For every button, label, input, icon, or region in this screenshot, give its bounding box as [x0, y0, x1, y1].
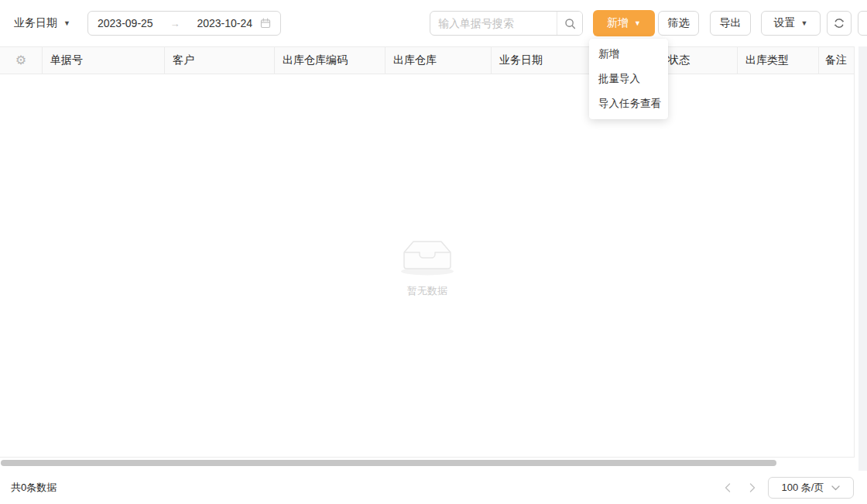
outbound-orders-page: 业务日期 ▼ 2023-09-25 → 2023-10-24 新增 ▼ 筛 [0, 0, 867, 504]
menu-item-add[interactable]: 新增 [589, 42, 668, 67]
date-field-label: 业务日期 [14, 16, 57, 30]
refresh-icon [833, 17, 845, 29]
date-start-value: 2023-09-25 [98, 17, 153, 29]
more-button-clipped[interactable] [858, 11, 867, 36]
add-button[interactable]: 新增 ▼ [593, 10, 655, 36]
refresh-button[interactable] [827, 11, 852, 36]
add-dropdown-menu: 新增 批量导入 导入任务查看 [589, 39, 668, 119]
search-box [430, 11, 583, 36]
search-input[interactable] [430, 12, 557, 35]
column-settings-gear-icon: ⚙ [15, 54, 26, 67]
date-range-arrow-icon: → [161, 18, 190, 29]
empty-state-text: 暂无数据 [407, 284, 447, 298]
chevron-right-icon [749, 483, 756, 492]
column-header-status: 状态 [660, 47, 738, 74]
date-end-value: 2023-10-24 [197, 17, 252, 29]
date-field-selector[interactable]: 业务日期 ▼ [14, 11, 70, 36]
empty-inbox-icon [398, 234, 457, 277]
settings-button[interactable]: 设置 ▼ [761, 11, 821, 36]
caret-down-icon: ▼ [801, 20, 808, 27]
empty-state: 暂无数据 [0, 234, 855, 298]
menu-item-import-tasks[interactable]: 导入任务查看 [589, 91, 668, 116]
table-bottom-border [0, 457, 855, 458]
chevron-down-icon [831, 485, 840, 491]
table-right-border [854, 74, 855, 457]
calendar-icon [260, 18, 271, 29]
column-header-outbound-type: 出库类型 [738, 47, 819, 74]
column-header-warehouse-code: 出库仓库编码 [275, 47, 386, 74]
column-settings-cell[interactable]: ⚙ [0, 47, 43, 74]
filter-button-label: 筛选 [668, 16, 690, 30]
page-size-select[interactable]: 100 条/页 [768, 477, 854, 499]
horizontal-scrollbar-thumb[interactable] [1, 460, 776, 466]
column-header-warehouse: 出库仓库 [386, 47, 492, 74]
caret-down-icon: ▼ [634, 20, 641, 27]
filter-button[interactable]: 筛选 [658, 11, 699, 36]
total-count-text: 共0条数据 [11, 481, 57, 495]
column-header-customer: 客户 [165, 47, 275, 74]
column-header-remark: 备注 [819, 47, 854, 74]
settings-button-label: 设置 [774, 16, 796, 30]
search-button[interactable] [557, 12, 582, 35]
vertical-scrollbar-track[interactable] [858, 46, 867, 471]
pagination-next-button[interactable] [744, 479, 761, 496]
table-header-row: ⚙ 单据号 客户 出库仓库编码 出库仓库 业务日期 状态 出库类型 备注 [0, 46, 855, 74]
search-icon [564, 18, 576, 29]
export-button-label: 导出 [720, 16, 742, 30]
chevron-left-icon [725, 483, 731, 492]
caret-down-icon: ▼ [63, 20, 70, 27]
add-button-label: 新增 [607, 16, 629, 30]
menu-item-batch-import[interactable]: 批量导入 [589, 67, 668, 91]
export-button[interactable]: 导出 [710, 11, 751, 36]
column-header-order-no: 单据号 [43, 47, 165, 74]
date-range-picker[interactable]: 2023-09-25 → 2023-10-24 [87, 11, 281, 36]
page-size-value: 100 条/页 [782, 481, 824, 495]
pagination-prev-button[interactable] [719, 479, 736, 496]
